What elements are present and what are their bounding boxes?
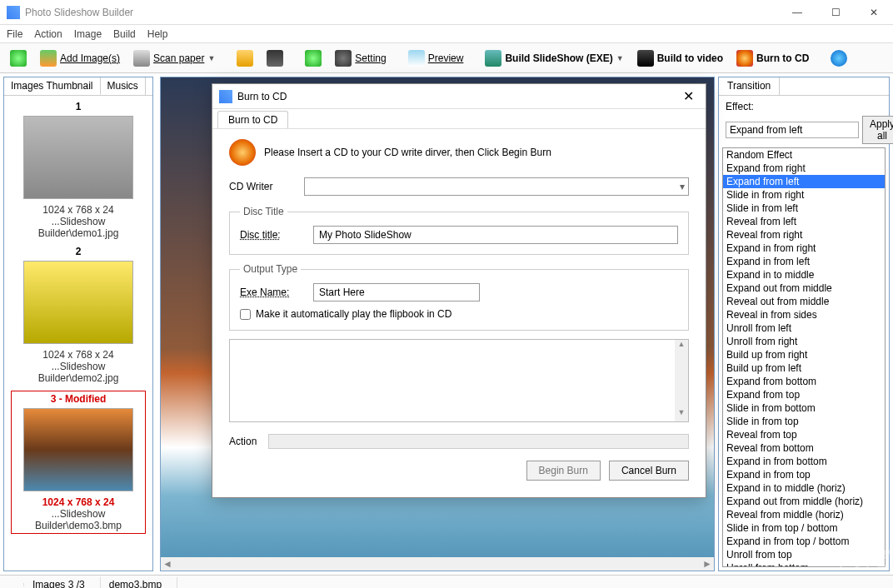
effect-item[interactable]: Expand out from middle (horiz): [723, 495, 885, 508]
add-images-button[interactable]: Add Image(s): [35, 47, 125, 69]
dialog-hint: Please Insert a CD to your CD write dirv…: [264, 147, 551, 158]
app-icon: [7, 6, 20, 19]
autoplay-checkbox[interactable]: [240, 309, 251, 320]
dialog-app-icon: [219, 90, 232, 103]
effect-item[interactable]: Expand out from middle: [723, 282, 885, 295]
status-filename: demo3.bmp: [101, 577, 177, 589]
thumb-path: ...Slideshow Builder\demo3.bmp: [13, 508, 143, 531]
burn-cd-icon: [736, 50, 753, 67]
back-button[interactable]: [5, 47, 32, 69]
open-button[interactable]: [232, 47, 258, 69]
status-bar: Images 3 /3 demo3.bmp: [0, 575, 893, 588]
thumbnail-item[interactable]: 11024 x 768 x 24...Slideshow Builder\dem…: [11, 101, 146, 239]
autoplay-label: Make it automatically play the flipbook …: [256, 308, 451, 320]
disc-title-input[interactable]: [313, 226, 678, 244]
effect-item[interactable]: Expand in from bottom: [723, 455, 885, 468]
effect-item[interactable]: Expand in from right: [723, 242, 885, 255]
effect-item[interactable]: Reveal from top: [723, 428, 885, 441]
effect-item[interactable]: Build up from right: [723, 348, 885, 361]
menu-help[interactable]: Help: [147, 28, 168, 40]
log-scrollbar[interactable]: ▲▼: [675, 340, 688, 421]
effect-item[interactable]: Reveal from middle (horiz): [723, 508, 885, 521]
watermark: 下载吧: [833, 546, 888, 571]
effect-item[interactable]: Expand in to middle (horiz): [723, 481, 885, 495]
dialog-tab-burn[interactable]: Burn to CD: [217, 111, 288, 128]
cd-writer-combo[interactable]: ▾: [304, 177, 689, 196]
tab-musics[interactable]: Musics: [101, 77, 146, 95]
back-icon: [10, 50, 27, 67]
thumb-image: [23, 116, 133, 199]
exe-name-input[interactable]: [313, 283, 480, 301]
menu-bar: File Action Image Build Help: [0, 25, 893, 43]
maximize-button[interactable]: ☐: [816, 0, 855, 25]
dialog-close-button[interactable]: ✕: [678, 87, 699, 106]
burn-cd-button[interactable]: Burn to CD: [731, 47, 814, 69]
effect-selected-input[interactable]: [726, 122, 859, 138]
effects-list[interactable]: Random EffectExpand from rightExpand fro…: [722, 147, 886, 567]
disc-title-group: Disc Title Disc title:: [229, 206, 689, 255]
setting-button[interactable]: Setting: [330, 47, 391, 69]
close-button[interactable]: ✕: [855, 0, 893, 25]
log-box[interactable]: ▲▼: [229, 339, 689, 422]
progress-bar: [268, 434, 689, 449]
effect-item[interactable]: Build up from left: [723, 361, 885, 375]
menu-image[interactable]: Image: [74, 28, 102, 40]
begin-burn-button[interactable]: Begin Burn: [526, 461, 601, 481]
effect-item[interactable]: Reveal from right: [723, 228, 885, 242]
burn-cd-dialog: Burn to CD ✕ Burn to CD Please Insert a …: [212, 83, 706, 498]
effect-item[interactable]: Slide in from top: [723, 415, 885, 428]
effect-item[interactable]: Expand from top: [723, 388, 885, 401]
right-panel: Transition Effect: Apply all Random Effe…: [718, 77, 890, 571]
thumbnails-list[interactable]: 11024 x 768 x 24...Slideshow Builder\dem…: [4, 96, 152, 571]
apply-all-button[interactable]: Apply all: [862, 116, 893, 144]
save-button[interactable]: [262, 47, 288, 69]
effect-item[interactable]: Slide in from bottom: [723, 401, 885, 415]
info-button[interactable]: [826, 47, 852, 69]
tab-transition[interactable]: Transition: [719, 77, 780, 95]
disc-title-label: Disc title:: [240, 229, 307, 241]
effect-item[interactable]: Reveal from left: [723, 215, 885, 228]
effect-item[interactable]: Slide in from left: [723, 202, 885, 215]
help-button[interactable]: [300, 47, 327, 69]
window-title: Photo Slideshow Builder: [25, 7, 133, 18]
scanner-icon: [133, 50, 150, 67]
tab-images-thumbnail[interactable]: Images Thumbnail: [4, 77, 101, 95]
left-tabs: Images Thumbnail Musics: [4, 77, 152, 96]
horizontal-scrollbar[interactable]: ◄►: [161, 557, 714, 571]
build-video-button[interactable]: Build to video: [632, 47, 728, 69]
effect-item[interactable]: Slide in from right: [723, 188, 885, 202]
effect-item[interactable]: Unroll from left: [723, 321, 885, 335]
left-panel: Images Thumbnail Musics 11024 x 768 x 24…: [3, 77, 153, 571]
effect-item[interactable]: Expand from left: [723, 175, 885, 188]
menu-file[interactable]: File: [7, 28, 22, 40]
effect-item[interactable]: Expand from right: [723, 162, 885, 175]
effect-item[interactable]: Expand in from top: [723, 468, 885, 481]
effect-item[interactable]: Unroll from right: [723, 335, 885, 348]
thumb-number: 2: [11, 246, 146, 257]
effect-item[interactable]: Expand in to middle: [723, 268, 885, 282]
status-empty: [0, 583, 24, 586]
effect-item[interactable]: Expand in from left: [723, 255, 885, 268]
effect-item[interactable]: Expand from bottom: [723, 375, 885, 388]
effect-item[interactable]: Slide in from top / bottom: [723, 521, 885, 535]
disc-title-legend: Disc Title: [240, 206, 287, 217]
menu-action[interactable]: Action: [34, 28, 62, 40]
build-exe-button[interactable]: Build SlideShow (EXE)▼: [480, 47, 628, 69]
thumbnail-item[interactable]: 3 - Modified1024 x 768 x 24...Slideshow …: [11, 391, 146, 534]
effect-item[interactable]: Reveal in from sides: [723, 308, 885, 321]
help-icon: [305, 50, 322, 67]
thumbnail-item[interactable]: 21024 x 768 x 24...Slideshow Builder\dem…: [11, 246, 146, 384]
minimize-button[interactable]: —: [778, 0, 816, 25]
thumb-number: 3 - Modified: [13, 393, 143, 405]
effect-item[interactable]: Reveal out from middle: [723, 295, 885, 308]
thumb-image: [23, 261, 133, 344]
effect-item[interactable]: Reveal from bottom: [723, 441, 885, 455]
scan-paper-button[interactable]: Scan paper▼: [128, 47, 220, 69]
preview-button[interactable]: Preview: [403, 47, 469, 69]
cancel-burn-button[interactable]: Cancel Burn: [609, 461, 689, 481]
effect-item[interactable]: Random Effect: [723, 148, 885, 162]
menu-build[interactable]: Build: [113, 28, 136, 40]
dialog-tabs: Burn to CD: [212, 109, 706, 129]
open-icon: [237, 50, 253, 67]
thumb-path: ...Slideshow Builder\demo2.jpg: [11, 361, 146, 384]
